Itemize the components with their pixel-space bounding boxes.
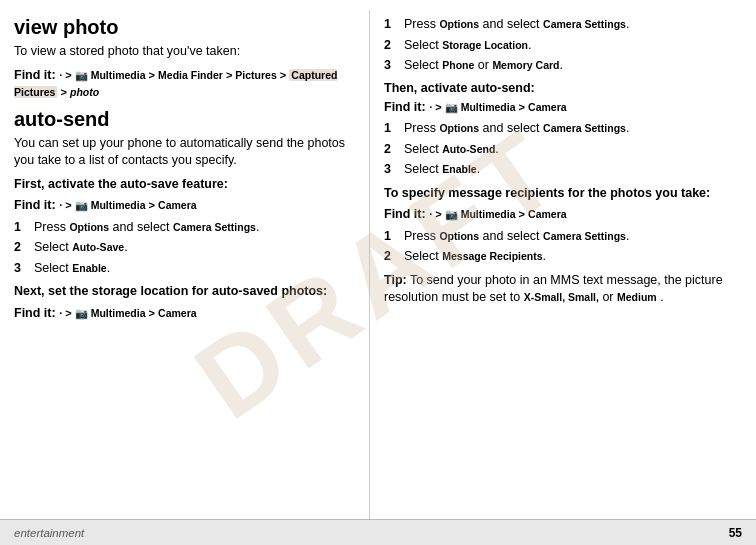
left-column: view photo To view a stored photo that y… xyxy=(0,10,370,545)
tip-end: . xyxy=(660,290,663,304)
step-specify-1: 1 Press Options and select Camera Settin… xyxy=(384,228,742,246)
dot-icon: · xyxy=(59,69,62,81)
footer-bar: entertainment 55 xyxy=(0,519,756,545)
findit-first-label: Find it: · > 📷 Multimedia > Camera xyxy=(14,197,355,215)
findit-specify-path: · > 📷 Multimedia > Camera xyxy=(429,208,566,220)
footer-right: 55 xyxy=(729,526,742,540)
findit-next-path: · > 📷 Multimedia > Camera xyxy=(59,307,196,319)
steps-next-list: 1 Press Options and select Camera Settin… xyxy=(384,16,742,75)
then-label: Then, activate auto-send: xyxy=(384,81,742,95)
steps-specify-list: 1 Press Options and select Camera Settin… xyxy=(384,228,742,266)
step-then-1: 1 Press Options and select Camera Settin… xyxy=(384,120,742,138)
section-title-view: view photo xyxy=(14,16,355,39)
pictures-nav: Pictures xyxy=(235,69,276,81)
tip-paragraph: Tip: To send your photo in an MMS text m… xyxy=(384,272,742,307)
first-label-text: First, activate the auto-save feature: xyxy=(14,177,228,191)
findit-view-path: · > 📷 Multimedia > Media Finder > Pictur… xyxy=(14,69,337,99)
step-then-3: 3 Select Enable. xyxy=(384,161,742,179)
first-label: First, activate the auto-save feature: xyxy=(14,176,355,194)
steps-first-list: 1 Press Options and select Camera Settin… xyxy=(14,219,355,278)
findit-view-label-text: Find it: xyxy=(14,68,59,82)
autosend-description: You can set up your phone to automatical… xyxy=(14,135,355,170)
findit-then-label: Find it: · > 📷 Multimedia > Camera xyxy=(384,99,742,117)
next-label-text: Next, set the storage location for auto-… xyxy=(14,284,327,298)
findit-first-path: · > 📷 Multimedia > Camera xyxy=(59,199,196,211)
specify-label-text: To specify message recipients for the ph… xyxy=(384,186,710,200)
findit-view-label: Find it: · > 📷 Multimedia > Media Finder… xyxy=(14,67,355,102)
next-label: Next, set the storage location for auto-… xyxy=(14,283,355,301)
right-column: 1 Press Options and select Camera Settin… xyxy=(370,10,756,545)
section-title-autosend: auto-send xyxy=(14,108,355,131)
step-next-3: 3 Select Phone or Memory Card. xyxy=(384,57,742,75)
step-next-1: 1 Press Options and select Camera Settin… xyxy=(384,16,742,34)
findit-specify-label: Find it: · > 📷 Multimedia > Camera xyxy=(384,206,742,224)
page-number: 55 xyxy=(729,526,742,540)
step-next-2: 2 Select Storage Location. xyxy=(384,37,742,55)
findit-then-path: · > 📷 Multimedia > Camera xyxy=(429,101,566,113)
page-container: view photo To view a stored photo that y… xyxy=(0,0,756,545)
then-label-text: Then, activate auto-send: xyxy=(384,81,535,95)
photo-nav: photo xyxy=(70,86,99,98)
view-description: To view a stored photo that you've taken… xyxy=(14,43,355,61)
tip-last-bold: Medium xyxy=(617,291,657,303)
findit-next-label: Find it: · > 📷 Multimedia > Camera xyxy=(14,305,355,323)
step-specify-2: 2 Select Message Recipients. xyxy=(384,248,742,266)
step-first-1: 1 Press Options and select Camera Settin… xyxy=(14,219,355,237)
steps-then-list: 1 Press Options and select Camera Settin… xyxy=(384,120,742,179)
step-then-2: 2 Select Auto-Send. xyxy=(384,141,742,159)
step-first-3: 3 Select Enable. xyxy=(14,260,355,278)
tip-or: or xyxy=(602,290,617,304)
specify-label: To specify message recipients for the ph… xyxy=(384,185,742,203)
multimedia-nav: 📷 Multimedia xyxy=(75,69,146,81)
tip-label: Tip: xyxy=(384,273,407,287)
step-first-2: 2 Select Auto-Save. xyxy=(14,239,355,257)
footer-left-label: entertainment xyxy=(14,527,84,539)
mediafinder-nav: Media Finder xyxy=(158,69,223,81)
tip-values: X-Small, Small, xyxy=(524,291,599,303)
